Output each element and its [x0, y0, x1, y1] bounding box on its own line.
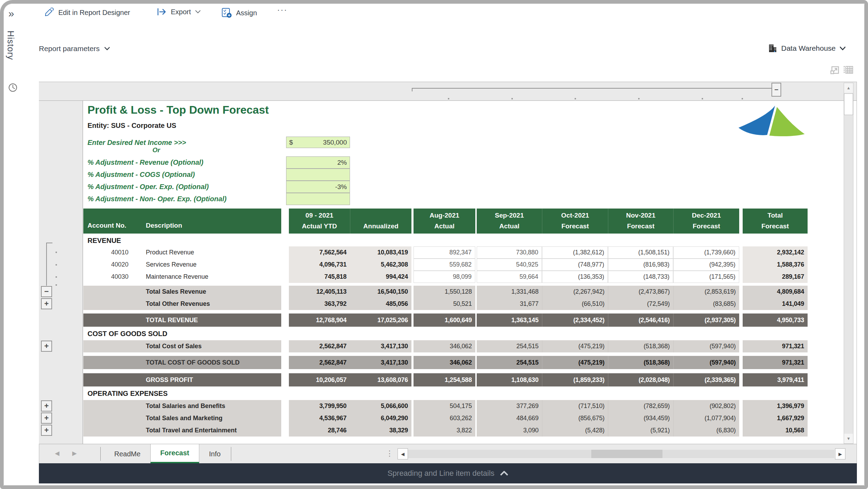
- value-cell[interactable]: 1,331,468: [477, 286, 542, 298]
- value-cell[interactable]: (66,510): [542, 298, 608, 310]
- more-actions-button[interactable]: ···: [277, 5, 287, 15]
- value-cell[interactable]: 12,768,904: [289, 313, 350, 327]
- value-cell[interactable]: (518,368): [608, 356, 673, 369]
- value-cell[interactable]: 50,521: [414, 298, 475, 310]
- value-cell[interactable]: 971,321: [743, 340, 808, 352]
- tab-info[interactable]: Info: [199, 444, 230, 464]
- value-cell[interactable]: 59,664: [477, 271, 542, 283]
- row-header-cell[interactable]: TOTAL REVENUE: [83, 313, 281, 327]
- value-cell[interactable]: 1,396,979: [743, 400, 808, 412]
- description-cell[interactable]: Services Revenue: [146, 261, 197, 268]
- expand-group-button[interactable]: +: [41, 400, 52, 411]
- value-cell[interactable]: 363,792: [289, 298, 350, 310]
- value-cell[interactable]: (2,339,365): [673, 373, 739, 386]
- value-cell[interactable]: 10,568: [743, 424, 808, 437]
- value-cell[interactable]: 4,950,733: [743, 313, 808, 327]
- value-cell[interactable]: 4,096,731: [289, 259, 350, 271]
- tab-readme[interactable]: ReadMe: [105, 444, 150, 464]
- edit-in-report-designer-button[interactable]: Edit in Report Designer: [44, 8, 130, 17]
- value-cell[interactable]: 994,424: [350, 271, 411, 283]
- description-cell[interactable]: Product Revenue: [146, 249, 194, 256]
- value-cell[interactable]: 16,540,150: [350, 286, 411, 298]
- hscroll-right-button[interactable]: ▶: [835, 448, 845, 459]
- collapse-columns-button[interactable]: −: [771, 83, 781, 97]
- expand-history-panel-button[interactable]: »: [8, 8, 14, 19]
- value-cell[interactable]: 3,417,130: [350, 356, 411, 369]
- value-cell[interactable]: (83,685): [673, 298, 739, 310]
- value-cell[interactable]: 1,588,376: [743, 259, 808, 271]
- value-cell[interactable]: (597,940): [673, 356, 739, 369]
- scroll-down-button[interactable]: ▼: [844, 434, 853, 443]
- row-header-cell[interactable]: Total Cost of Sales: [83, 340, 281, 352]
- collapse-group-button[interactable]: −: [41, 286, 52, 297]
- description-cell[interactable]: TOTAL REVENUE: [146, 317, 198, 324]
- row-header-cell[interactable]: 40030Maintenance Revenue: [83, 271, 281, 283]
- value-cell[interactable]: 2,562,847: [289, 340, 350, 352]
- history-clock-icon[interactable]: [7, 82, 18, 93]
- row-header-cell[interactable]: Total Sales Revenue: [83, 286, 281, 298]
- value-cell[interactable]: 17,025,206: [350, 313, 411, 327]
- value-cell[interactable]: (518,368): [608, 340, 673, 352]
- value-cell[interactable]: 3,417,130: [350, 340, 411, 352]
- adjustment-input[interactable]: -3%: [286, 181, 350, 193]
- description-cell[interactable]: TOTAL COST OF GOODS SOLD: [146, 359, 240, 366]
- value-cell[interactable]: (856,675): [542, 412, 608, 424]
- value-cell[interactable]: (1,382,612): [542, 246, 608, 259]
- value-cell[interactable]: 28,746: [289, 424, 350, 437]
- adjustment-input[interactable]: 2%: [286, 156, 350, 169]
- data-source-dropdown[interactable]: Data Warehouse: [768, 44, 845, 53]
- value-cell[interactable]: (942,395): [673, 259, 739, 271]
- value-cell[interactable]: 1,667,929: [743, 412, 808, 424]
- value-cell[interactable]: 2,932,142: [743, 246, 808, 259]
- adjustment-input[interactable]: [286, 193, 350, 205]
- row-header-cell[interactable]: TOTAL COST OF GOODS SOLD: [83, 356, 281, 369]
- value-cell[interactable]: (1,739,660): [673, 246, 739, 259]
- value-cell[interactable]: (136,353): [542, 271, 608, 283]
- value-cell[interactable]: 31,677: [477, 298, 542, 310]
- row-header-cell[interactable]: Total Travel and Entertainment: [83, 424, 281, 437]
- value-cell[interactable]: 13,608,076: [350, 373, 411, 386]
- expand-group-button[interactable]: +: [41, 413, 52, 424]
- vertical-scrollbar-thumb[interactable]: [844, 93, 853, 115]
- value-cell[interactable]: 1,108,630: [477, 373, 542, 386]
- value-cell[interactable]: 5,066,600: [350, 400, 411, 412]
- value-cell[interactable]: 289,167: [743, 271, 808, 283]
- account-cell[interactable]: 40010: [83, 249, 128, 256]
- value-cell[interactable]: 254,515: [477, 340, 542, 352]
- value-cell[interactable]: (1,077,904): [673, 412, 739, 424]
- value-cell[interactable]: 730,880: [477, 246, 542, 259]
- value-cell[interactable]: 3,799,950: [289, 400, 350, 412]
- value-cell[interactable]: 603,262: [414, 412, 475, 424]
- expand-group-button[interactable]: +: [41, 425, 52, 436]
- account-cell[interactable]: 40020: [83, 261, 128, 268]
- value-cell[interactable]: (816,983): [608, 259, 673, 271]
- export-button[interactable]: Export: [157, 8, 201, 16]
- value-cell[interactable]: 971,321: [743, 356, 808, 369]
- value-cell[interactable]: 98,099: [414, 271, 475, 283]
- value-cell[interactable]: 10,083,419: [350, 246, 411, 259]
- value-cell[interactable]: 540,925: [477, 259, 542, 271]
- section-label[interactable]: REVENUE: [83, 237, 121, 245]
- row-header-cell[interactable]: 40020Services Revenue: [83, 259, 281, 271]
- horizontal-scrollbar-thumb[interactable]: [591, 450, 662, 458]
- tab-forecast[interactable]: Forecast: [150, 444, 199, 464]
- net-income-input[interactable]: $ 350,000: [286, 137, 350, 148]
- value-cell[interactable]: (148,733): [608, 271, 673, 283]
- value-cell[interactable]: 346,062: [414, 340, 475, 352]
- value-cell[interactable]: (475,219): [542, 340, 608, 352]
- description-cell[interactable]: Total Sales Revenue: [146, 288, 206, 295]
- report-parameters-dropdown[interactable]: Report parameters: [39, 44, 110, 53]
- value-cell[interactable]: 38,329: [350, 424, 411, 437]
- value-cell[interactable]: 1,254,588: [414, 373, 475, 386]
- value-cell[interactable]: (782,659): [608, 400, 673, 412]
- value-cell[interactable]: (171,565): [673, 271, 739, 283]
- value-cell[interactable]: 3,822: [414, 424, 475, 437]
- value-cell[interactable]: 254,515: [477, 356, 542, 369]
- expand-group-button[interactable]: +: [41, 341, 52, 352]
- value-cell[interactable]: (5,428): [542, 424, 608, 437]
- value-cell[interactable]: (2,546,416): [608, 313, 673, 327]
- hscroll-left-button[interactable]: ◀: [398, 448, 408, 459]
- value-cell[interactable]: (2,937,305): [673, 313, 739, 327]
- description-cell[interactable]: Maintenance Revenue: [146, 273, 208, 280]
- row-header-cell[interactable]: Total Salaries and Benefits: [83, 400, 281, 412]
